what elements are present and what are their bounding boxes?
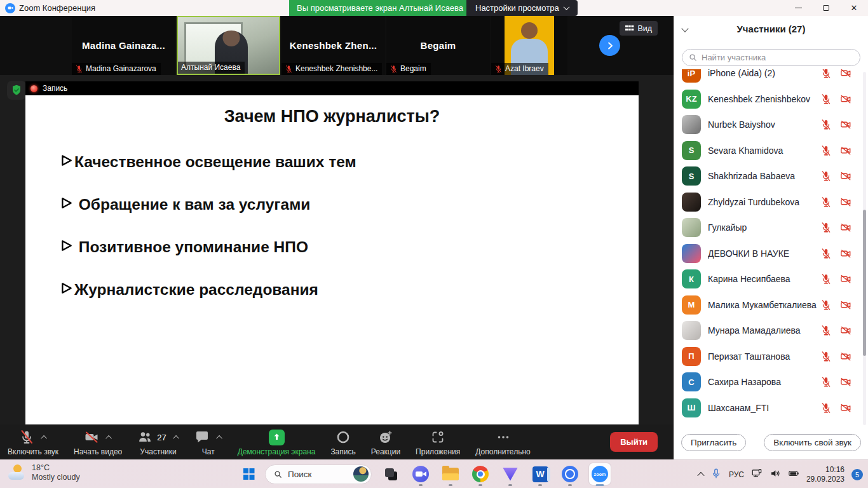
participant-row[interactable]: Zhyldyzai Turdubekova [674, 189, 868, 215]
participant-row[interactable]: М Малика Мукамбеткалиева [674, 292, 868, 318]
zoom-logo-icon [5, 3, 15, 13]
arrowhead-icon [60, 281, 74, 299]
toolbar-label: Демонстрация экрана [238, 447, 316, 456]
explorer-icon[interactable] [440, 463, 461, 485]
reactions-icon [378, 430, 393, 445]
vpn-app-icon[interactable] [499, 463, 521, 485]
participant-name: Сахира Назарова [708, 377, 820, 387]
bullet-text: Журналистские расследования [74, 281, 318, 299]
chrome-icon[interactable] [470, 463, 491, 485]
avatar [682, 193, 701, 212]
taskbar-search[interactable]: Поиск [265, 464, 372, 484]
mic-muted-icon [820, 196, 832, 208]
toolbar-chat-button[interactable]: Чат [194, 429, 222, 456]
mic-muted-icon [820, 299, 832, 311]
participant-row[interactable]: ДЕВОЧКИ В НАУКЕ [674, 241, 868, 267]
participant-name: Zhyldyzai Turdubekova [708, 197, 820, 207]
toolbar-label: Реакции [371, 447, 400, 456]
camera-off-icon [840, 170, 851, 182]
toolbar-participants-button[interactable]: 27 Участники [137, 429, 179, 456]
camera-off-icon [840, 196, 851, 208]
participant-row[interactable]: KZ Keneshbek Zhenishbekov [674, 86, 868, 112]
participant-row[interactable]: Мунара Мамадалиева [674, 318, 868, 344]
participant-name: Nurbek Baiyshov [708, 119, 820, 130]
participant-name: iPhone (Aida) (2) [708, 69, 820, 78]
participant-row[interactable]: Гулкайыр [674, 215, 868, 241]
windows-taskbar: 18°CMostly cloudy Поиск РУС 10:1629.09.2… [0, 459, 868, 488]
collapse-panel-icon[interactable] [681, 25, 688, 32]
toolbar-video-button[interactable]: Начать видео [74, 429, 122, 456]
view-layout-button[interactable]: Вид [620, 21, 658, 36]
scrollbar-thumb[interactable] [863, 210, 866, 356]
word-icon[interactable] [529, 463, 551, 485]
participant-row[interactable]: П Перизат Таштанова [674, 344, 868, 370]
chevron-up-icon[interactable] [105, 435, 112, 441]
tray-mic-icon[interactable] [710, 468, 722, 482]
mic-muted-icon [820, 376, 832, 388]
start-button[interactable] [243, 468, 255, 480]
next-participants-button[interactable] [599, 35, 620, 56]
participants-title: Участники (27) [737, 24, 806, 34]
notification-badge[interactable]: 5 [851, 469, 863, 480]
window-titlebar: Zoom Конференция Вы просматриваете экран… [0, 0, 868, 16]
participant-row[interactable]: Nurbek Baiyshov [674, 112, 868, 138]
participant-row[interactable]: С Сахира Назарова [674, 369, 868, 395]
unmute-self-button[interactable]: Включить свой звук [764, 434, 861, 451]
zoom-app-icon[interactable] [589, 463, 611, 485]
toolbar-apps-button[interactable]: Приложения [416, 429, 460, 456]
network-icon[interactable] [751, 468, 763, 482]
arrowhead-icon [60, 238, 74, 256]
participant-label: Begaim [386, 63, 431, 75]
participant-row[interactable]: S Shakhrizada Babaeva [674, 163, 868, 189]
chevron-up-icon[interactable] [216, 435, 222, 441]
mic-muted-icon [820, 273, 832, 285]
chevron-up-icon[interactable] [41, 435, 47, 441]
language-indicator[interactable]: РУС [729, 470, 744, 479]
leave-button[interactable]: Выйти [610, 432, 658, 452]
search-icon [688, 53, 698, 62]
weather-widget[interactable]: 18°CMostly cloudy [8, 463, 80, 482]
video-tile[interactable]: Madina Gainaza... Madina Gainazarova [72, 16, 175, 75]
tray-expand-icon[interactable] [697, 471, 704, 478]
close-button[interactable]: ✕ [840, 0, 868, 16]
participant-row[interactable]: iP iPhone (Aida) (2) [674, 69, 868, 86]
camera-off-icon [840, 119, 851, 130]
participants-list: iP iPhone (Aida) (2) KZ Keneshbek Zhenis… [674, 69, 868, 423]
chevron-up-icon[interactable] [173, 435, 179, 441]
participant-row[interactable]: Ш Шахсанам_FTI [674, 395, 868, 421]
volume-icon[interactable] [770, 468, 781, 482]
participant-row[interactable]: К Карина Несипбаева [674, 266, 868, 292]
weather-icon [8, 464, 27, 482]
mic-muted-icon [820, 222, 832, 233]
video-tile[interactable]: Алтынай Исаева [177, 16, 280, 75]
mic-muted-icon [820, 145, 832, 156]
clock[interactable]: 10:1629.09.2023 [806, 465, 844, 484]
signal-icon[interactable] [559, 463, 581, 485]
task-view-icon[interactable] [380, 463, 402, 485]
toolbar-mute-button[interactable]: Включить звук [8, 429, 58, 456]
view-settings-button[interactable]: Настройки просмотра [466, 0, 578, 16]
slide-bullet: Качественное освещение ваших тем [60, 153, 639, 171]
battery-icon[interactable] [788, 468, 799, 482]
toolbar-more-button[interactable]: Дополнительно [475, 429, 530, 456]
participant-row[interactable]: S Sevara Khamidova [674, 138, 868, 164]
camera-off-icon [840, 145, 851, 156]
video-tile[interactable]: Begaim Begaim [386, 16, 490, 75]
participants-panel: Участники (27) iP iPhone (Aida) (2) KZ K… [674, 16, 868, 459]
search-participant-input[interactable] [682, 49, 860, 66]
maximize-button[interactable] [812, 0, 840, 16]
participant-name: Sevara Khamidova [708, 146, 820, 156]
participant-name: Мунара Мамадалиева [708, 325, 820, 336]
maximize-icon [823, 5, 829, 11]
video-tile[interactable]: Azat Ibraev [491, 16, 567, 75]
minimize-button[interactable] [784, 0, 812, 16]
toolbar-share-button[interactable]: Демонстрация экрана [238, 429, 316, 456]
security-shield-icon[interactable] [7, 81, 26, 100]
camera-off-icon [840, 376, 851, 388]
invite-button[interactable]: Пригласить [681, 434, 746, 451]
mic-muted-icon [820, 351, 832, 362]
toolbar-reactions-button[interactable]: Реакции [371, 429, 400, 456]
video-app-icon[interactable] [410, 463, 431, 485]
video-tile[interactable]: Keneshbek Zhen... Keneshbek Zhenishbe... [281, 16, 385, 75]
toolbar-record-button[interactable]: Запись [330, 429, 355, 456]
